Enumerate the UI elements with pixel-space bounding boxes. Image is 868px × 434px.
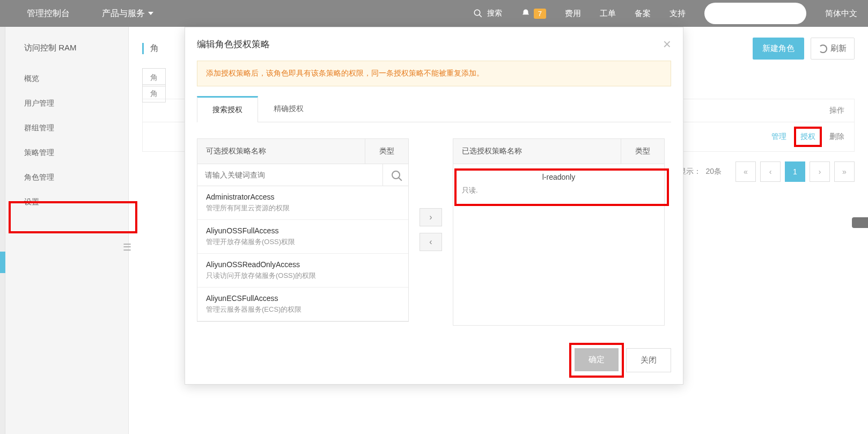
products-label: 产品与服务 — [102, 8, 145, 19]
transfer-controls: › ‹ — [420, 208, 442, 251]
tab-exact-auth[interactable]: 精确授权 — [258, 96, 319, 122]
policy-item[interactable]: AliyunECSFullAccess 管理云服务器服务(ECS)的权限 — [197, 288, 408, 321]
svg-line-1 — [479, 14, 482, 17]
policy-name: AliyunOSSFullAccess — [206, 226, 400, 235]
notifications[interactable]: 7 — [521, 9, 546, 19]
policy-search-button[interactable] — [382, 164, 408, 186]
auth-tabs: 搜索授权 精确授权 — [197, 96, 671, 122]
close-icon[interactable]: × — [663, 37, 671, 51]
bell-icon — [521, 9, 531, 18]
policy-desc: 只读访问开放存储服务(OSS)的权限 — [206, 271, 400, 281]
products-menu[interactable]: 产品与服务 — [102, 8, 153, 19]
tab-search-auth[interactable]: 搜索授权 — [197, 96, 258, 122]
search-label: 搜索 — [487, 9, 502, 18]
nav-ticket[interactable]: 工单 — [600, 9, 616, 19]
modal-title: 编辑角色授权策略 — [197, 38, 270, 50]
nav-support[interactable]: 支持 — [670, 9, 686, 19]
policy-desc: 管理云服务器服务(ECS)的权限 — [206, 305, 400, 314]
edit-policy-modal: 编辑角色授权策略 × 添加授权策略后，该角色即具有该条策略的权限，同一条授权策略… — [185, 27, 683, 385]
annotation-box: 确定 — [569, 343, 624, 378]
col-selected-type: 类型 — [621, 139, 664, 164]
account-area[interactable] — [704, 3, 806, 24]
search-icon — [392, 171, 400, 179]
available-policies-panel: 可选授权策略名称 类型 AdministratorAccess 管理所有阿里云资… — [197, 138, 409, 322]
search-icon — [473, 9, 483, 18]
console-title: 管理控制台 — [27, 8, 70, 19]
modal-backdrop: 编辑角色授权策略 × 添加授权策略后，该角色即具有该条策略的权限，同一条授权策略… — [0, 27, 868, 434]
col-selected-name: 已选授权策略名称 — [453, 139, 621, 164]
policy-desc: 管理开放存储服务(OSS)权限 — [206, 237, 400, 247]
move-left-button[interactable]: ‹ — [420, 233, 442, 251]
policy-name: AliyunECSFullAccess — [206, 294, 400, 303]
policy-item[interactable]: AdministratorAccess 管理所有阿里云资源的权限 — [197, 186, 408, 220]
policy-item[interactable]: AliyunOSSReadOnlyAccess 只读访问开放存储服务(OSS)的… — [197, 254, 408, 288]
policy-item[interactable]: AliyunOSSFullAccess 管理开放存储服务(OSS)权限 — [197, 220, 408, 254]
policy-search-input[interactable] — [197, 164, 382, 186]
close-button[interactable]: 关闭 — [626, 348, 671, 372]
top-nav: 管理控制台 产品与服务 搜索 7 费用 工单 备案 支持 简体中文 — [0, 0, 868, 27]
svg-point-0 — [474, 10, 480, 16]
selected-policy-desc: 只读. — [462, 186, 656, 195]
lang-switch[interactable]: 简体中文 — [825, 9, 857, 19]
policy-name: AliyunOSSReadOnlyAccess — [206, 260, 400, 269]
nav-fee[interactable]: 费用 — [565, 9, 581, 19]
selected-policy-name: l-readonly — [462, 173, 656, 181]
global-search[interactable]: 搜索 — [473, 9, 502, 18]
selected-policies-panel: 已选授权策略名称 类型 l-readonly 只读. — [453, 138, 665, 326]
info-alert: 添加授权策略后，该角色即具有该条策略的权限，同一条授权策略不能被重复添加。 — [197, 61, 671, 86]
policy-name: AdministratorAccess — [206, 193, 400, 201]
move-right-button[interactable]: › — [420, 208, 442, 226]
nav-beian[interactable]: 备案 — [635, 9, 651, 19]
col-available-name: 可选授权策略名称 — [197, 139, 365, 164]
confirm-button[interactable]: 确定 — [575, 348, 619, 371]
policy-desc: 管理所有阿里云资源的权限 — [206, 203, 400, 213]
chevron-down-icon — [148, 12, 153, 15]
policy-transfer: 可选授权策略名称 类型 AdministratorAccess 管理所有阿里云资… — [197, 138, 671, 326]
col-available-type: 类型 — [365, 139, 408, 164]
selected-policy-item[interactable]: l-readonly 只读. — [462, 173, 656, 195]
notification-badge: 7 — [534, 9, 546, 19]
